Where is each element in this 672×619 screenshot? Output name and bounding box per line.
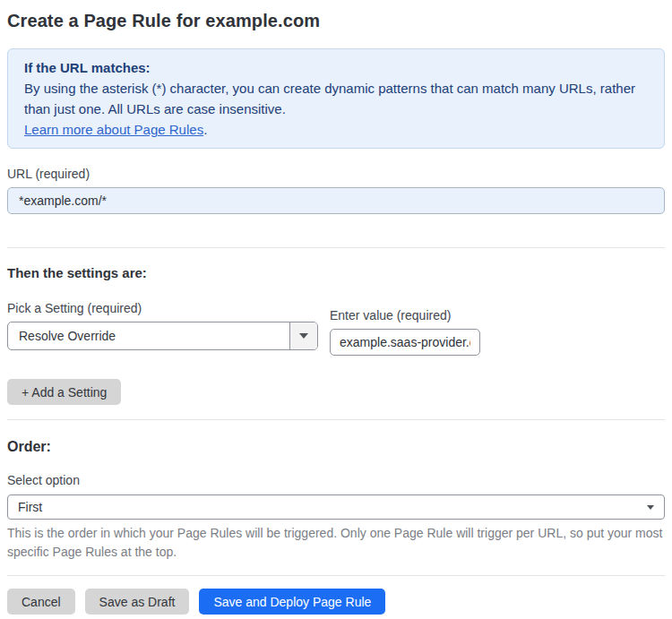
setting-value-label: Enter value (required) (330, 308, 480, 322)
url-input[interactable] (7, 187, 665, 214)
page-rule-form: Create a Page Rule for example.com If th… (0, 0, 672, 619)
dropdown-arrow-button[interactable] (289, 322, 317, 349)
order-section-heading: Order: (7, 439, 665, 455)
setting-picker-value: Resolve Override (8, 329, 289, 343)
learn-more-link[interactable]: Learn more about Page Rules (24, 122, 203, 137)
setting-value-column: Enter value (required) (330, 301, 480, 356)
order-select-value: First (18, 500, 42, 514)
add-setting-button[interactable]: + Add a Setting (7, 379, 121, 405)
url-match-info-box: If the URL matches: By using the asteris… (7, 48, 665, 149)
chevron-down-icon (299, 333, 308, 339)
settings-row: Pick a Setting (required) Resolve Overri… (7, 301, 665, 356)
divider (7, 575, 665, 576)
link-suffix: . (203, 122, 207, 137)
info-box-link-line: Learn more about Page Rules. (24, 119, 648, 140)
url-field-label: URL (required) (7, 167, 665, 181)
divider (7, 247, 665, 248)
setting-picker-label: Pick a Setting (required) (7, 301, 318, 315)
order-help-text: This is the order in which your Page Rul… (7, 524, 665, 562)
info-box-heading: If the URL matches: (24, 57, 648, 78)
footer-actions: Cancel Save as Draft Save and Deploy Pag… (7, 589, 665, 615)
page-title: Create a Page Rule for example.com (7, 11, 665, 31)
order-select[interactable]: First (7, 494, 665, 520)
cancel-button[interactable]: Cancel (7, 589, 75, 615)
setting-picker-dropdown[interactable]: Resolve Override (7, 322, 318, 350)
settings-section-heading: Then the settings are: (7, 265, 665, 280)
save-as-draft-button[interactable]: Save as Draft (85, 589, 190, 615)
setting-value-input[interactable] (330, 329, 480, 356)
setting-picker-column: Pick a Setting (required) Resolve Overri… (7, 301, 318, 356)
save-and-deploy-button[interactable]: Save and Deploy Page Rule (199, 589, 385, 615)
divider (7, 419, 665, 420)
order-select-label: Select option (7, 473, 665, 487)
info-box-body-text: By using the asterisk (*) character, you… (24, 81, 635, 116)
info-box-body: By using the asterisk (*) character, you… (24, 78, 648, 119)
chevron-down-icon (647, 505, 654, 510)
